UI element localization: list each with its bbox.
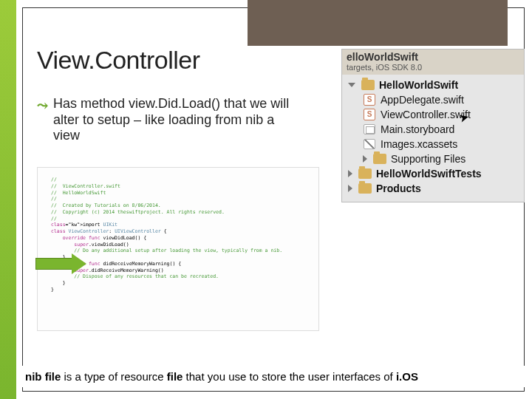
navigator-item-label: Products xyxy=(376,183,421,194)
folder-icon xyxy=(373,153,386,165)
bullet-text: Has method view.Did.Load() that we will … xyxy=(53,96,290,144)
footer-bold-1: nib file xyxy=(25,370,61,383)
top-brown-block xyxy=(248,0,508,46)
footer-bold-3: i.OS xyxy=(396,370,418,383)
swift-file-icon: S xyxy=(363,94,376,106)
footer-text-2: that you use to store the user interface… xyxy=(183,370,396,383)
storyboard-icon xyxy=(363,123,376,135)
slide-title: View.Controller xyxy=(37,46,200,75)
bullet-glyph-icon: ⤳ xyxy=(37,98,48,114)
assets-icon xyxy=(363,138,376,150)
code-editor-screenshot: //// ViewController.swift// HelloWorldSw… xyxy=(37,167,319,331)
arrow-body xyxy=(35,258,72,270)
left-accent-bar xyxy=(0,0,16,399)
folder-icon xyxy=(358,183,372,194)
navigator-item[interactable]: Images.xcassets xyxy=(347,137,521,151)
navigator-item[interactable]: Main.storyboard xyxy=(347,122,521,137)
navigator-item[interactable]: HelloWorldSwift xyxy=(347,78,521,92)
chevron-right-icon[interactable] xyxy=(348,170,352,177)
navigator-item-label: Main.storyboard xyxy=(381,123,454,135)
chevron-right-icon[interactable] xyxy=(363,155,367,163)
navigator-item-label: HelloWorldSwift xyxy=(379,79,458,91)
callout-arrow xyxy=(35,253,87,274)
navigator-item[interactable]: Supporting Files xyxy=(347,151,521,166)
footer-note: nib file is a type of resource file that… xyxy=(16,366,532,387)
navigator-item-label: Supporting Files xyxy=(391,153,466,165)
project-name: elloWorldSwift xyxy=(347,51,519,63)
navigator-item-label: HelloWorldSwiftTests xyxy=(376,168,482,180)
folder-icon xyxy=(361,79,375,91)
arrow-head-icon xyxy=(72,253,86,274)
project-subtitle: targets, iOS SDK 8.0 xyxy=(347,63,519,72)
navigator-item-label: AppDelegate.swift xyxy=(381,94,464,106)
slide: View.Controller ⤳ Has method view.Did.Lo… xyxy=(0,0,532,399)
navigator-tree: HelloWorldSwiftSAppDelegate.swiftSViewCo… xyxy=(342,75,524,202)
project-navigator: elloWorldSwift targets, iOS SDK 8.0 Hell… xyxy=(341,49,525,202)
navigator-item[interactable]: SViewController.swift xyxy=(347,107,521,122)
navigator-item-label: Images.xcassets xyxy=(381,138,457,150)
footer-bold-2: file xyxy=(167,370,183,383)
navigator-header: elloWorldSwift targets, iOS SDK 8.0 xyxy=(342,50,524,75)
navigator-item[interactable]: Products xyxy=(347,181,521,196)
chevron-right-icon[interactable] xyxy=(348,185,352,192)
swift-file-icon: S xyxy=(363,109,376,120)
navigator-item[interactable]: HelloWorldSwiftTests xyxy=(347,166,521,181)
chevron-down-icon[interactable] xyxy=(348,83,355,87)
folder-icon xyxy=(358,168,372,180)
footer-text-1: is a type of resource xyxy=(61,370,166,383)
navigator-item[interactable]: SAppDelegate.swift xyxy=(347,92,521,107)
